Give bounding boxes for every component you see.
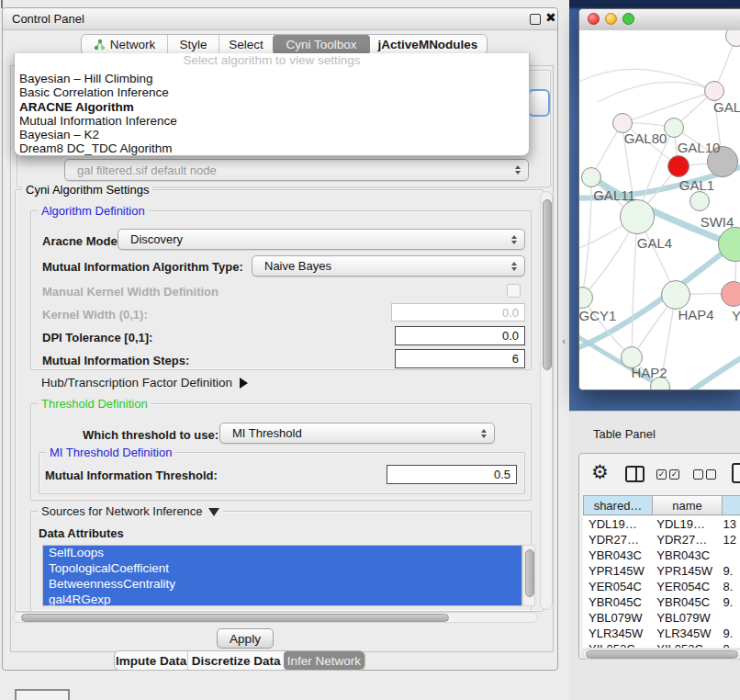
list-item-topologicalcoefficient[interactable]: TopologicalCoefficient <box>43 561 521 577</box>
table-row[interactable]: YBL079WYBL079W <box>583 610 740 626</box>
tab-network[interactable]: Network <box>82 35 167 54</box>
minimize-traffic-light-icon[interactable] <box>605 13 617 25</box>
node-label: GAL10 <box>678 140 721 155</box>
tab-style[interactable]: Style <box>167 35 219 54</box>
deselect-all-checkbox-icon2[interactable] <box>706 469 716 480</box>
table-row[interactable]: YBR045CYBR045C9. <box>583 594 740 610</box>
node-label: GAL11 <box>593 187 635 203</box>
algorithm-definition-title: Algorithm Definition <box>38 204 149 218</box>
float-window-icon[interactable] <box>530 14 541 25</box>
network-view-window[interactable]: GAL GAL80 GAL10 GAL1 GAL11 GAL4 SWI4 HAP… <box>578 8 740 390</box>
table-header-shared-name[interactable]: shared… <box>583 495 653 515</box>
network-node-salmon[interactable] <box>721 281 740 307</box>
spinner-icon <box>515 165 521 175</box>
manual-kernel-width-checkbox[interactable] <box>507 284 521 298</box>
mi-algorithm-type-combo[interactable]: Naive Bayes <box>252 255 525 277</box>
bottom-tab-impute-data[interactable]: Impute Data <box>115 651 187 670</box>
mi-threshold-field[interactable]: 0.5 <box>387 465 517 484</box>
node-label: HAP4 <box>678 307 713 322</box>
dropdown-placeholder: Select algorithm to view settings <box>15 53 529 72</box>
table-panel-box: ⚙ ✓ ✓ shared… name YDL19…YDL19…13 YDR27…… <box>578 453 740 660</box>
table-hscrollbar-thumb[interactable] <box>586 650 738 659</box>
deselect-all-checkbox-icon[interactable] <box>693 469 703 480</box>
collapse-down-arrow-icon <box>208 508 219 516</box>
dropdown-item-basic-correlation[interactable]: Basic Correlation Inference <box>15 85 529 99</box>
bottom-tabbar: Impute Data Discretize Data Infer Networ… <box>114 650 365 671</box>
minimized-panel-stub[interactable] <box>15 689 70 700</box>
dropdown-item-aracne[interactable]: ARACNE Algorithm <box>15 100 529 114</box>
dpi-tolerance-label: DPI Tolerance [0,1]: <box>42 331 152 344</box>
node-label: Y <box>732 308 740 323</box>
dropdown-item-bayesian-k2[interactable]: Bayesian – K2 <box>15 128 529 141</box>
network-node-gal11[interactable] <box>581 167 601 187</box>
table-body[interactable]: YDL19…YDL19…13 YDR27…YDR27…12 YBR043CYBR… <box>583 516 740 648</box>
mi-steps-label: Mutual Information Steps: <box>42 354 189 367</box>
settings-hscrollbar-track[interactable] <box>13 612 538 623</box>
control-panel-tabbar: Network Style Select Cyni Toolbox jActiv… <box>81 34 488 55</box>
node-label: GAL1 <box>679 177 714 193</box>
bottom-tab-discretize-data[interactable]: Discretize Data <box>187 651 284 670</box>
dpi-tolerance-field[interactable]: 0.0 <box>395 326 525 345</box>
focused-combo-fragment[interactable] <box>528 89 550 117</box>
spinner-icon <box>481 429 487 438</box>
network-node-hap4[interactable] <box>661 280 690 310</box>
close-panel-icon[interactable]: ✖ <box>545 10 556 25</box>
select-all-checkbox-icon2[interactable]: ✓ <box>669 469 679 480</box>
list-item-betweennesscentrality[interactable]: BetweennessCentrality <box>43 577 521 593</box>
gear-icon[interactable]: ⚙ <box>591 461 609 483</box>
node-label: GCY1 <box>579 308 616 323</box>
select-all-checkbox-icon[interactable]: ✓ <box>656 469 667 480</box>
mi-threshold-label: Mutual Information Threshold: <box>45 469 218 482</box>
kernel-width-field[interactable]: 0.0 <box>391 303 525 322</box>
dropdown-item-dream8[interactable]: Dream8 DC_TDC Algorithm <box>15 141 529 155</box>
list-scrollbar-thumb[interactable] <box>525 549 534 597</box>
columns-icon[interactable] <box>625 466 645 482</box>
aracne-mode-combo[interactable]: Discovery <box>118 229 525 250</box>
cyni-algorithm-settings-group: Cyni Algorithm Settings Algorithm Defini… <box>15 189 544 612</box>
network-node[interactable] <box>690 191 710 211</box>
table-row[interactable]: YER054CYER054C8. <box>583 579 740 594</box>
mi-steps-field[interactable]: 6 <box>395 349 525 368</box>
tab-select[interactable]: Select <box>219 35 273 54</box>
table-row[interactable]: YLR345WYLR345W9. <box>583 626 740 641</box>
table-row[interactable]: YBR043CYBR043C <box>583 548 740 563</box>
kernel-width-label: Kernel Width (0,1): <box>42 308 148 322</box>
dropdown-item-mutual-information[interactable]: Mutual Information Inference <box>15 114 529 128</box>
network-node-gal[interactable] <box>704 81 724 101</box>
settings-vscrollbar-thumb[interactable] <box>543 199 552 370</box>
dropdown-item-bayesian-hill-climbing[interactable]: Bayesian – Hill Climbing <box>15 72 529 85</box>
hub-definition-expander[interactable]: Hub/Transcription Factor Definition <box>41 374 248 390</box>
list-scrollbar-track[interactable] <box>522 545 535 606</box>
network-canvas[interactable]: GAL GAL80 GAL10 GAL1 GAL11 GAL4 SWI4 HAP… <box>579 30 740 390</box>
table-row[interactable]: YDL19…YDL19…13 <box>583 516 740 532</box>
network-node-gal4[interactable] <box>620 199 655 234</box>
network-window-titlebar[interactable] <box>579 9 740 31</box>
tab-jactivemnodules[interactable]: jActiveMNodules <box>370 35 486 54</box>
table-row[interactable]: YPR145WYPR145W9. <box>583 563 740 579</box>
tab-cyni-toolbox[interactable]: Cyni Toolbox <box>273 35 370 54</box>
divider-grip-icon[interactable]: ‹ <box>562 336 566 346</box>
table-header-name[interactable]: name <box>653 495 723 515</box>
table-row[interactable]: YIL052CYIL052C9 <box>583 641 740 648</box>
table-header-row: shared… name <box>583 495 740 515</box>
apply-button[interactable]: Apply <box>217 628 274 649</box>
network-node-gal1[interactable] <box>667 155 690 177</box>
sources-title[interactable]: Sources for Network Inference <box>38 504 223 518</box>
table-row[interactable]: YDR27…YDR27…12 <box>583 532 740 548</box>
which-threshold-combo[interactable]: MI Threshold <box>219 423 495 444</box>
list-item-selfloops[interactable]: SelfLoops <box>43 546 521 561</box>
settings-hscrollbar-thumb[interactable] <box>21 614 449 622</box>
close-traffic-light-icon[interactable] <box>588 13 600 25</box>
bottom-tab-infer-network[interactable]: Infer Network <box>284 651 364 670</box>
new-table-icon[interactable] <box>732 463 740 483</box>
table-header-partial[interactable] <box>723 495 740 515</box>
settings-vscrollbar-track[interactable] <box>540 191 553 610</box>
threshold-definition-title: Threshold Definition <box>38 397 151 411</box>
network-file-combo[interactable]: gal filtered.sif default node <box>64 159 529 181</box>
algorithm-dropdown[interactable]: Select algorithm to view settings Bayesi… <box>14 53 530 156</box>
list-item-gal4rgexp[interactable]: gal4RGexp <box>43 593 521 606</box>
table-hscrollbar-track[interactable] <box>582 649 740 660</box>
mi-threshold-definition-group: MI Threshold Definition Mutual Informati… <box>39 452 525 494</box>
zoom-traffic-light-icon[interactable] <box>622 13 634 25</box>
data-attributes-list[interactable]: SelfLoops TopologicalCoefficient Between… <box>42 545 522 606</box>
